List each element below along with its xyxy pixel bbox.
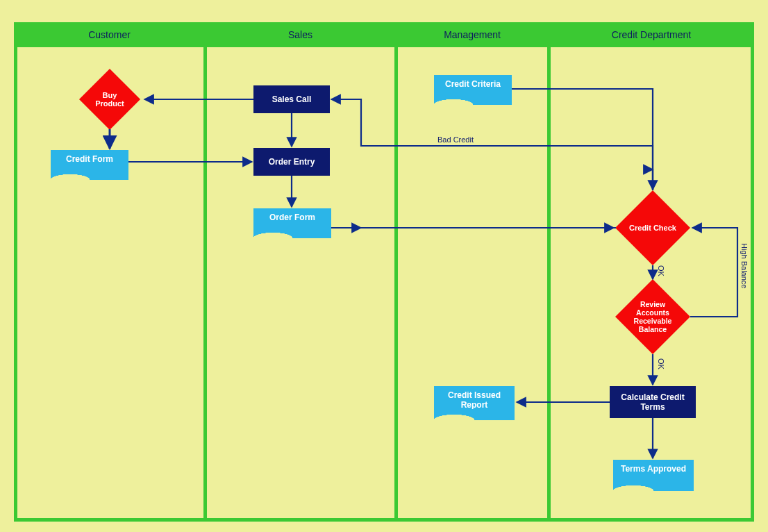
node-label: Buy Product [89, 91, 131, 108]
node-label: Calculate Credit Terms [613, 392, 692, 412]
node-label: Credit Form [66, 154, 113, 164]
lane-header-credit-dept: Credit Department [549, 22, 754, 47]
node-label: Sales Call [272, 94, 312, 104]
edge-label-ok1: OK [657, 265, 665, 276]
document-credit-issued-report: Credit Issued Report [434, 386, 515, 419]
node-label: Review Accounts Receivable Balance [627, 300, 678, 333]
lane-header-management: Management [396, 22, 549, 47]
decision-buy-product: Buy Product [79, 69, 140, 130]
lane-header-label: Sales [288, 29, 312, 40]
node-label: Credit Check [627, 224, 678, 232]
decision-credit-check: Credit Check [615, 190, 690, 265]
lane-border [14, 22, 17, 522]
lane-header-label: Management [444, 29, 501, 40]
process-calculate-terms: Calculate Credit Terms [610, 386, 696, 418]
node-label: Credit Criteria [445, 79, 501, 89]
lane-header-customer: Customer [14, 22, 205, 47]
lane-sep [547, 47, 551, 519]
lane-border [751, 22, 754, 522]
node-label: Order Form [269, 213, 315, 222]
decision-review-accounts: Review Accounts Receivable Balance [615, 279, 690, 354]
document-terms-approved: Terms Approved [613, 460, 694, 490]
edge-label-high-balance: High Balance [740, 243, 749, 288]
process-sales-call: Sales Call [253, 85, 330, 113]
edge-label-ok2: OK [657, 358, 665, 369]
lane-header-label: Credit Department [612, 29, 691, 40]
document-order-form: Order Form [253, 208, 331, 238]
node-label: Order Entry [269, 157, 315, 167]
document-credit-form: Credit Form [51, 150, 128, 179]
node-label: Credit Issued Report [448, 390, 501, 410]
swimlane-diagram: Customer Sales Management Credit Departm… [0, 0, 768, 532]
lane-header-label: Customer [88, 29, 131, 40]
lane-header-sales: Sales [205, 22, 396, 47]
lane-sep [394, 47, 398, 519]
lane-border [14, 518, 754, 522]
process-order-entry: Order Entry [253, 148, 330, 176]
lane-sep [203, 47, 207, 519]
document-credit-criteria: Credit Criteria [434, 75, 512, 104]
node-label: Terms Approved [621, 464, 686, 474]
edge-label-bad-credit: Bad Credit [437, 135, 474, 144]
